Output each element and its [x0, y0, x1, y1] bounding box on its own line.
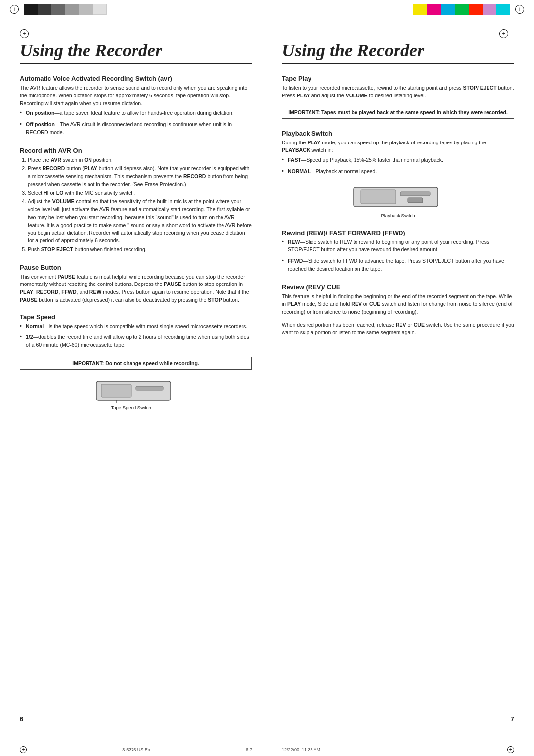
- speed-normal-bullet: • Normal—is the tape speed which is comp…: [20, 323, 252, 332]
- color-bar-r3: [441, 4, 455, 15]
- reg-mark-footer-right: [507, 746, 514, 753]
- review-body2: When desired portion has been reached, r…: [282, 321, 514, 337]
- step-5: Push STOP EJECT button when finished rec…: [28, 246, 252, 254]
- tape-speed-device-wrapper: Tape Speed Switch: [91, 378, 180, 410]
- playback-svg: [349, 183, 447, 213]
- tape-play-heading: Tape Play: [282, 75, 514, 82]
- playback-normal-label: NORMAL: [288, 168, 311, 174]
- color-bar-3: [51, 4, 65, 15]
- playback-fast-label: FAST: [288, 157, 301, 163]
- color-bar-r1: [413, 4, 427, 15]
- playback-caption: Playback Switch: [381, 213, 415, 218]
- color-bar-4: [65, 4, 79, 15]
- page-container: Using the Recorder Automatic Voice Activ…: [0, 0, 534, 756]
- playback-heading: Playback Switch: [282, 130, 514, 137]
- reg-mark-right: [499, 29, 508, 38]
- tape-speed-important-box: IMPORTANT: Do not change speed while rec…: [20, 357, 252, 370]
- footer-right: 12/22/00, 11:36 AM: [267, 746, 534, 753]
- speed-normal-label: Normal: [26, 323, 44, 329]
- reg-mark-top-left: [10, 5, 19, 14]
- color-bar-5: [79, 4, 93, 15]
- color-bar-1: [24, 4, 38, 15]
- avr-bullet-on: • On position—a tape saver. Ideal featur…: [20, 109, 252, 119]
- tape-speed-important-text: IMPORTANT: Do not change speed while rec…: [72, 360, 199, 366]
- color-bar-r4: [455, 4, 469, 15]
- color-bar-2: [38, 4, 51, 15]
- right-page-header: [282, 29, 514, 38]
- avr-heading: Automatic Voice Activated Recording Swit…: [20, 75, 252, 82]
- top-bar-right: [267, 4, 524, 15]
- svg-rect-7: [408, 198, 423, 203]
- review-heading: Review (REV)/ CUE: [282, 284, 514, 291]
- left-page-header: [20, 29, 252, 38]
- step-2: Press RECORD button (PLAY button will de…: [28, 165, 252, 188]
- right-page-bottom: 7: [282, 706, 514, 723]
- avr-on-text: —a tape saver. Ideal feature to allow fo…: [54, 110, 233, 116]
- tape-play-important-text: IMPORTANT: Tapes must be played back at …: [288, 109, 508, 115]
- two-page-spread: Using the Recorder Automatic Voice Activ…: [0, 19, 534, 743]
- playback-body: During the PLAY mode, you can speed up t…: [282, 139, 514, 155]
- rew-label: REW: [288, 239, 300, 245]
- step-4: Adjust the VOLUME control so that the se…: [28, 198, 252, 245]
- tape-play-body: To listen to your recorded microcassette…: [282, 84, 514, 100]
- reg-mark-footer-left: [20, 746, 27, 753]
- page-left: Using the Recorder Automatic Voice Activ…: [0, 19, 267, 743]
- footer: 3-5375 US En 6-7 12/22/00, 11:36 AM: [0, 743, 534, 756]
- rew-text: —Slide switch to REW to rewind to beginn…: [288, 239, 489, 253]
- record-avr-steps: Place the AVR switch in ON position. Pre…: [20, 156, 252, 255]
- top-bar-left: [10, 4, 267, 15]
- color-blocks-left: [24, 4, 107, 15]
- color-bar-r2: [427, 4, 441, 15]
- record-avr-heading: Record with AVR On: [20, 147, 252, 154]
- pause-heading: Pause Button: [20, 264, 252, 271]
- avr-on-label: On position: [26, 110, 54, 116]
- left-page-bottom: 6: [20, 706, 252, 723]
- svg-rect-6: [400, 192, 430, 196]
- top-bar-row: [0, 0, 534, 19]
- playback-normal-bullet: • NORMAL—Playback at normal speed.: [282, 168, 514, 178]
- footer-date: 12/22/00, 11:36 AM: [282, 747, 320, 752]
- color-bar-6: [93, 4, 107, 15]
- reg-mark-top-right: [515, 5, 524, 14]
- avr-body: The AVR feature allows the recorder to s…: [20, 84, 252, 107]
- left-page-number: 6: [20, 715, 23, 723]
- tape-play-important-box: IMPORTANT: Tapes must be played back at …: [282, 106, 514, 119]
- speed-half-text: —doubles the record time and will allow …: [26, 334, 249, 348]
- playback-fast-bullet: • FAST—Speed up Playback, 15%-25% faster…: [282, 156, 514, 166]
- svg-rect-1: [101, 384, 131, 397]
- avr-off-label: Off position: [26, 121, 55, 127]
- ffwd-label: FFWD: [288, 258, 303, 264]
- color-blocks-right: [413, 4, 510, 15]
- rew-ffwd-heading: Rewind (REW)/ FAST FORWARD (FFWD): [282, 229, 514, 236]
- footer-left: 3-5375 US En 6-7: [0, 746, 267, 753]
- rew-bullet: • REW—Slide switch to REW to rewind to b…: [282, 238, 514, 256]
- svg-rect-5: [361, 190, 396, 204]
- color-bar-r5: [469, 4, 483, 15]
- right-page-title: Using the Recorder: [282, 40, 514, 64]
- tape-speed-svg: [91, 378, 180, 405]
- avr-bullet-off: • Off position—The AVR circuit is discon…: [20, 121, 252, 139]
- right-page-number: 7: [511, 715, 514, 723]
- ffwd-bullet: • FFWD—Slide switch to FFWD to advance t…: [282, 257, 514, 275]
- playback-device: Playback Switch: [282, 183, 514, 218]
- svg-rect-2: [136, 386, 163, 390]
- playback-fast-text: —Speed up Playback, 15%-25% faster than …: [301, 157, 443, 163]
- speed-normal-text: —is the tape speed which is compatible w…: [44, 323, 247, 329]
- left-page-title: Using the Recorder: [20, 40, 252, 64]
- pause-body: This convenient PAUSE feature is most he…: [20, 273, 252, 304]
- color-bar-r6: [483, 4, 496, 15]
- tape-speed-caption: Tape Speed Switch: [91, 405, 180, 410]
- avr-off-text: —The AVR circuit is disconnected and rec…: [26, 121, 232, 135]
- playback-normal-text: —Playback at normal speed.: [311, 168, 377, 174]
- footer-doc-number: 3-5375 US En: [122, 747, 150, 752]
- reg-mark-left: [20, 29, 29, 38]
- speed-half-label: 1/2: [26, 334, 33, 340]
- tape-speed-device: Tape Speed Switch: [20, 378, 252, 410]
- color-bar-r7: [496, 4, 510, 15]
- review-body1: This feature is helpful in finding the b…: [282, 293, 514, 316]
- page-right: Using the Recorder Tape Play To listen t…: [267, 19, 534, 743]
- step-3: Select HI or LO with the MIC sensitivity…: [28, 189, 252, 197]
- speed-half-bullet: • 1/2—doubles the record time and will a…: [20, 333, 252, 351]
- tape-speed-heading: Tape Speed: [20, 313, 252, 321]
- footer-page-range: 6-7: [246, 747, 252, 752]
